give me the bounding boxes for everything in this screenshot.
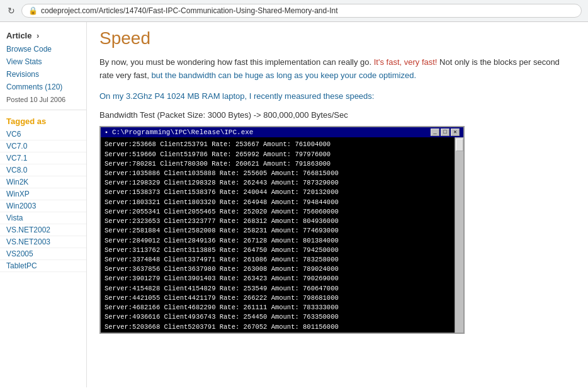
console-controls: _ □ ✕ bbox=[431, 128, 460, 136]
sidebar-article-title: Article › bbox=[0, 27, 86, 43]
sidebar-tag-vc6[interactable]: VC6 bbox=[0, 128, 86, 140]
sidebar-divider bbox=[0, 110, 86, 110]
console-line: Server:3637856 Client3637980 Rate: 26300… bbox=[105, 265, 460, 274]
sidebar-item-comments[interactable]: Comments (120) bbox=[0, 81, 86, 93]
browser-bar: ↻ 🔒 codeproject.com/Articles/14740/Fast-… bbox=[0, 0, 588, 22]
console-line: Server:3374848 Client3374971 Rate: 26108… bbox=[105, 255, 460, 265]
sidebar-tag-vc71[interactable]: VC7.1 bbox=[0, 152, 86, 164]
console-minimize-button[interactable]: _ bbox=[431, 128, 439, 136]
console-titlebar: ▪ C:\Programming\IPC\Release\IPC.exe _ □… bbox=[101, 127, 463, 137]
console-line: Server:2581884 Client2582008 Rate: 25823… bbox=[105, 226, 460, 236]
sidebar-posted-date: Posted 10 Jul 2006 bbox=[0, 93, 86, 106]
console-line: Server:3901279 Client3901403 Rate: 26342… bbox=[105, 274, 460, 283]
speed-link-text: On my 3.2Ghz P4 1024 MB RAM laptop, I re… bbox=[99, 91, 374, 101]
console-line: Server:4682166 Client4682290 Rate: 26111… bbox=[105, 303, 460, 312]
sidebar-arrow: › bbox=[37, 31, 39, 40]
console-scrollbar-thumb bbox=[456, 139, 463, 151]
sidebar-tag-vc70[interactable]: VC7.0 bbox=[0, 140, 86, 152]
console-line: Server:2849012 Client2849136 Rate: 26712… bbox=[105, 236, 460, 246]
refresh-icon[interactable]: ↻ bbox=[6, 6, 16, 16]
sidebar-tag-tabletpc[interactable]: TabletPC bbox=[0, 260, 86, 272]
intro-paragraph: By now, you must be wondering how fast t… bbox=[99, 56, 575, 83]
console-scrollbar[interactable] bbox=[455, 137, 463, 333]
console-line: Server:4154828 Client4154829 Rate: 25354… bbox=[105, 284, 460, 294]
console-line: Server:1298329 Client1298328 Rate: 26244… bbox=[105, 178, 460, 188]
console-window: ▪ C:\Programming\IPC\Release\IPC.exe _ □… bbox=[99, 126, 465, 334]
console-close-button[interactable]: ✕ bbox=[451, 128, 460, 136]
console-line: Server:519660 Client519786 Rate: 265992 … bbox=[105, 150, 460, 159]
console-title: C:\Programming\IPC\Release\IPC.exe bbox=[112, 128, 253, 136]
fast-text: It's fast, very fast! bbox=[374, 57, 438, 67]
console-line: Server:4421055 Client4421179 Rate: 26622… bbox=[105, 294, 460, 303]
console-line: Server:1538373 Client1538376 Rate: 24004… bbox=[105, 188, 460, 197]
sidebar: Article › Browse Code View Stats Revisio… bbox=[0, 22, 87, 387]
console-line: Server:5203668 Client5203791 Rate: 26705… bbox=[105, 322, 460, 332]
console-line: Server:2323653 Client2323777 Rate: 26831… bbox=[105, 217, 460, 226]
console-app-icon: ▪ bbox=[105, 129, 108, 136]
console-line: Server:3113762 Client3113885 Rate: 26475… bbox=[105, 246, 460, 255]
console-line: Server:2055341 Client2055465 Rate: 25202… bbox=[105, 207, 460, 217]
console-line: Server:780281 Client780300 Rate: 260621 … bbox=[105, 159, 460, 169]
lock-icon: 🔒 bbox=[28, 6, 38, 15]
sidebar-tagged-label: Tagged as bbox=[0, 114, 86, 128]
sidebar-tag-win2003[interactable]: Win2003 bbox=[0, 200, 86, 212]
sidebar-tag-winxp[interactable]: WinXP bbox=[0, 188, 86, 200]
sidebar-item-browse-code[interactable]: Browse Code bbox=[0, 43, 86, 55]
console-body: Server:253668 Client253791 Rate: 253667 … bbox=[101, 137, 463, 333]
console-titlebar-left: ▪ C:\Programming\IPC\Release\IPC.exe bbox=[105, 128, 253, 136]
sidebar-tag-vsnet2003[interactable]: VS.NET2003 bbox=[0, 236, 86, 248]
main-content: Speed By now, you must be wondering how … bbox=[87, 22, 588, 387]
console-line: Server:253668 Client253791 Rate: 253667 … bbox=[105, 140, 460, 149]
url-text: codeproject.com/Articles/14740/Fast-IPC-… bbox=[41, 6, 338, 15]
sidebar-item-view-stats[interactable]: View Stats bbox=[0, 55, 86, 68]
console-line: Server:4936616 Client4936743 Rate: 25445… bbox=[105, 312, 460, 322]
speed-line: On my 3.2Ghz P4 1024 MB RAM laptop, I re… bbox=[99, 90, 575, 103]
address-bar[interactable]: 🔒 codeproject.com/Articles/14740/Fast-IP… bbox=[21, 4, 582, 18]
sidebar-tag-vsnet2002[interactable]: VS.NET2002 bbox=[0, 224, 86, 236]
section-title: Speed bbox=[99, 28, 575, 48]
sidebar-item-revisions[interactable]: Revisions bbox=[0, 68, 86, 81]
console-maximize-button[interactable]: □ bbox=[441, 128, 449, 136]
bandwidth-highlight: but the bandwidth can be huge as long as… bbox=[151, 71, 416, 80]
bandwidth-line: Bandwidth Test (Packet Size: 3000 Bytes)… bbox=[99, 110, 575, 120]
sidebar-tag-vc80[interactable]: VC8.0 bbox=[0, 164, 86, 176]
sidebar-tag-vista[interactable]: Vista bbox=[0, 212, 86, 224]
console-line: Server:1035886 Client1035888 Rate: 25560… bbox=[105, 169, 460, 178]
console-line: Server:1803321 Client1803320 Rate: 26494… bbox=[105, 198, 460, 207]
sidebar-tag-vs2005[interactable]: VS2005 bbox=[0, 248, 86, 260]
sidebar-tag-win2k[interactable]: Win2K bbox=[0, 176, 86, 188]
console-output: Server:253668 Client253791 Rate: 253667 … bbox=[105, 140, 460, 331]
page-container: Article › Browse Code View Stats Revisio… bbox=[0, 22, 588, 387]
